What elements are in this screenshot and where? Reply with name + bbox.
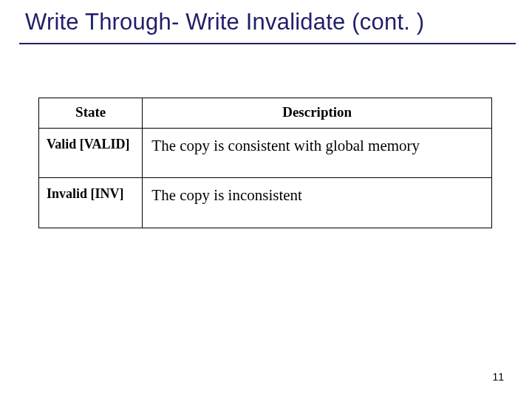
- states-table: State Description Valid [VALID] The copy…: [38, 98, 492, 228]
- slide: Write Through- Write Invalidate (cont. )…: [0, 0, 532, 399]
- col-header-description: Description: [143, 98, 492, 129]
- desc-cell-valid: The copy is consistent with global memor…: [143, 129, 492, 178]
- title-underline: [19, 43, 516, 44]
- page-title: Write Through- Write Invalidate (cont. ): [25, 9, 517, 35]
- table-header-row: State Description: [39, 98, 492, 129]
- col-header-state: State: [39, 98, 143, 129]
- table-row: Invalid [INV] The copy is inconsistent: [39, 178, 492, 228]
- desc-cell-invalid: The copy is inconsistent: [143, 178, 492, 228]
- table-row: Valid [VALID] The copy is consistent wit…: [39, 129, 492, 178]
- page-number: 11: [492, 371, 504, 383]
- state-cell-invalid: Invalid [INV]: [39, 178, 143, 228]
- state-cell-valid: Valid [VALID]: [39, 129, 143, 178]
